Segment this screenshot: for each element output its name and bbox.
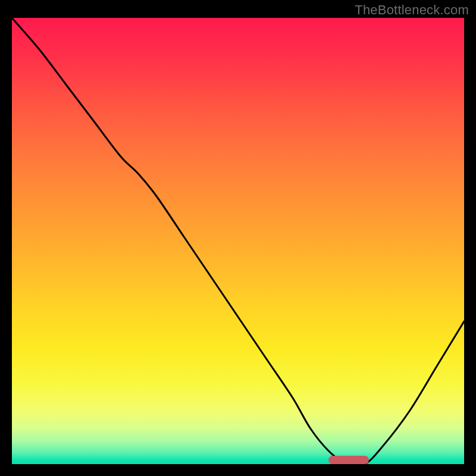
chart-frame: TheBottleneck.com [0, 0, 476, 476]
watermark-text: TheBottleneck.com [355, 2, 469, 18]
plot-area [12, 18, 464, 464]
bottleneck-curve [12, 18, 464, 464]
optimal-marker [328, 456, 369, 464]
